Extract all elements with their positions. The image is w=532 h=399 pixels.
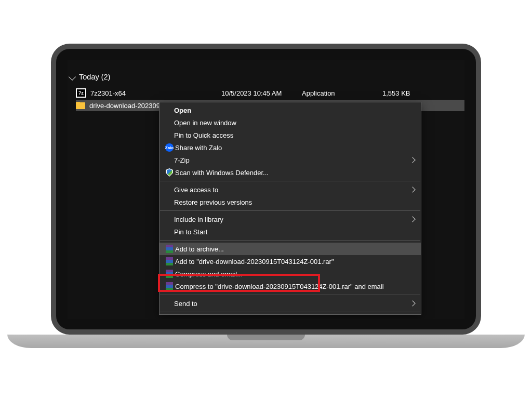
winrar-icon [166,257,173,265]
menu-share-zalo[interactable]: Zalo Share with Zalo [159,141,421,154]
menu-open[interactable]: Open [159,104,421,116]
context-menu: Open Open in new window Pin to Quick acc… [159,102,421,315]
menu-separator [160,240,420,241]
menu-include-library[interactable]: Include in library [159,213,421,225]
menu-item-label: Send to [174,300,414,308]
zalo-icon: Zalo [165,143,174,152]
menu-item-label: Compress and email... [175,270,414,278]
menu-item-label: Pin to Start [174,228,414,236]
screen: Today (2) 7z 7z2301-x64 10/5/2023 10:45 … [68,60,464,319]
laptop-notch [227,335,305,340]
menu-item-label: Open [174,107,414,114]
file-date: 10/5/2023 10:45 AM [221,89,302,97]
menu-pin-start[interactable]: Pin to Start [159,225,421,238]
group-header-label: Today (2) [79,73,110,81]
winrar-icon [166,245,173,253]
file-type: Application [302,89,382,97]
menu-item-label: Share with Zalo [175,144,414,152]
menu-item-label: Open in new window [174,119,414,127]
menu-separator [160,181,420,181]
menu-item-label: Add to archive... [175,245,414,253]
file-name: 7z2301-x64 [90,89,126,97]
menu-separator [160,312,420,312]
shield-icon [166,168,173,177]
menu-item-label: Restore previous versions [174,198,414,206]
winrar-icon [166,270,173,278]
file-size: 1,553 KB [382,89,445,97]
menu-item-label: Add to "drive-download-20230915T043124Z-… [175,258,414,265]
group-header-today[interactable]: Today (2) [70,73,110,81]
menu-item-label: Give access to [174,186,414,194]
file-explorer: Today (2) 7z 7z2301-x64 10/5/2023 10:45 … [68,60,464,319]
menu-separator [160,210,420,211]
laptop-frame: Today (2) 7z 7z2301-x64 10/5/2023 10:45 … [51,44,481,335]
menu-add-to-rar[interactable]: Add to "drive-download-20230915T043124Z-… [159,255,421,268]
sevenzip-icon: 7z [76,88,86,98]
menu-restore-versions[interactable]: Restore previous versions [159,196,421,208]
menu-separator [160,295,420,295]
menu-scan-defender[interactable]: Scan with Windows Defender... [159,166,421,179]
menu-item-label: 7-Zip [174,156,414,164]
menu-give-access[interactable]: Give access to [159,183,421,196]
menu-item-label: Scan with Windows Defender... [175,169,414,177]
winrar-icon [166,282,173,290]
folder-icon [76,102,85,109]
menu-pin-quick-access[interactable]: Pin to Quick access [159,129,421,141]
menu-compress-to-email[interactable]: Compress to "drive-download-20230915T043… [159,280,421,292]
menu-open-new-window[interactable]: Open in new window [159,116,421,129]
menu-item-label: Compress to "drive-download-20230915T043… [175,283,414,290]
chevron-down-icon [69,73,76,81]
menu-7zip[interactable]: 7-Zip [159,154,421,166]
menu-item-label: Pin to Quick access [174,131,414,139]
menu-add-to-archive[interactable]: Add to archive... [159,243,421,255]
menu-compress-email[interactable]: Compress and email... [159,268,421,280]
menu-item-label: Include in library [174,216,414,223]
file-row[interactable]: 7z 7z2301-x64 10/5/2023 10:45 AM Applica… [76,87,464,99]
menu-send-to[interactable]: Send to [159,297,421,310]
